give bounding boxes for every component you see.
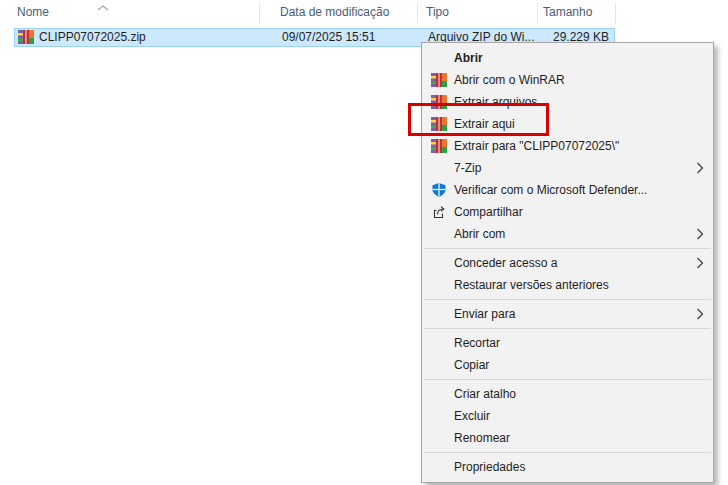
menu-separator xyxy=(424,452,711,453)
winrar-icon xyxy=(431,138,447,154)
menu-item-label: Recortar xyxy=(454,332,500,354)
menu-item-extrair-para[interactable]: Extrair para "CLIPP07072025\" xyxy=(422,135,713,157)
column-header-tipo[interactable]: Tipo xyxy=(426,5,449,19)
column-divider[interactable] xyxy=(259,3,260,23)
menu-item-recortar[interactable]: Recortar xyxy=(422,332,713,354)
column-header-tamanho[interactable]: Tamanho xyxy=(543,5,592,19)
sort-ascending-icon[interactable] xyxy=(97,0,109,14)
menu-item-label: Extrair para "CLIPP07072025\" xyxy=(454,135,619,157)
menu-separator xyxy=(424,248,711,249)
menu-item-label: Propriedades xyxy=(454,456,525,478)
menu-item-label: Verificar com o Microsoft Defender... xyxy=(454,179,647,201)
menu-separator xyxy=(424,379,711,380)
menu-item-copiar[interactable]: Copiar xyxy=(422,354,713,376)
menu-item-label: 7-Zip xyxy=(454,157,481,179)
menu-item-label: Criar atalho xyxy=(454,383,516,405)
menu-separator xyxy=(424,328,711,329)
share-icon xyxy=(431,204,447,220)
menu-item-label: Enviar para xyxy=(454,303,515,325)
file-list-header: Nome Data de modificação Tipo Tamanho xyxy=(0,0,728,26)
menu-item-criar-atalho[interactable]: Criar atalho xyxy=(422,383,713,405)
winrar-zip-file-icon xyxy=(18,29,34,45)
annotation-red-box xyxy=(408,103,549,136)
menu-item-restaurar-versoes[interactable]: Restaurar versões anteriores xyxy=(422,274,713,296)
menu-item-abrir-com[interactable]: Abrir com xyxy=(422,223,713,245)
menu-item-label: Abrir com xyxy=(454,223,505,245)
column-divider[interactable] xyxy=(417,3,418,23)
microsoft-defender-icon xyxy=(431,182,447,198)
menu-item-excluir[interactable]: Excluir xyxy=(422,405,713,427)
file-modified-date: 09/07/2025 15:51 xyxy=(282,30,375,45)
menu-item-label: Excluir xyxy=(454,405,490,427)
menu-item-verificar-defender[interactable]: Verificar com o Microsoft Defender... xyxy=(422,179,713,201)
menu-item-propriedades[interactable]: Propriedades xyxy=(422,456,713,478)
column-divider[interactable] xyxy=(537,3,538,23)
menu-item-abrir-com-winrar[interactable]: Abrir com o WinRAR xyxy=(422,69,713,91)
menu-item-7zip[interactable]: 7-Zip xyxy=(422,157,713,179)
menu-item-label: Abrir xyxy=(454,47,483,69)
file-name: CLIPP07072025.zip xyxy=(39,30,146,45)
menu-item-conceder-acesso[interactable]: Conceder acesso a xyxy=(422,252,713,274)
column-header-nome[interactable]: Nome xyxy=(17,5,49,19)
menu-item-label: Copiar xyxy=(454,354,489,376)
menu-item-renomear[interactable]: Renomear xyxy=(422,427,713,449)
column-header-data-modificacao[interactable]: Data de modificação xyxy=(280,5,389,19)
menu-item-label: Compartilhar xyxy=(454,201,523,223)
menu-item-label: Conceder acesso a xyxy=(454,252,557,274)
submenu-arrow-icon xyxy=(696,257,704,272)
column-divider[interactable] xyxy=(615,3,616,23)
submenu-arrow-icon xyxy=(696,162,704,177)
menu-item-label: Renomear xyxy=(454,427,510,449)
menu-item-compartilhar[interactable]: Compartilhar xyxy=(422,201,713,223)
winrar-icon xyxy=(431,72,447,88)
menu-separator xyxy=(424,299,711,300)
submenu-arrow-icon xyxy=(696,308,704,323)
menu-item-abrir[interactable]: Abrir xyxy=(422,47,713,69)
menu-item-label: Restaurar versões anteriores xyxy=(454,274,609,296)
menu-item-enviar-para[interactable]: Enviar para xyxy=(422,303,713,325)
submenu-arrow-icon xyxy=(696,228,704,243)
menu-item-label: Abrir com o WinRAR xyxy=(454,69,565,91)
